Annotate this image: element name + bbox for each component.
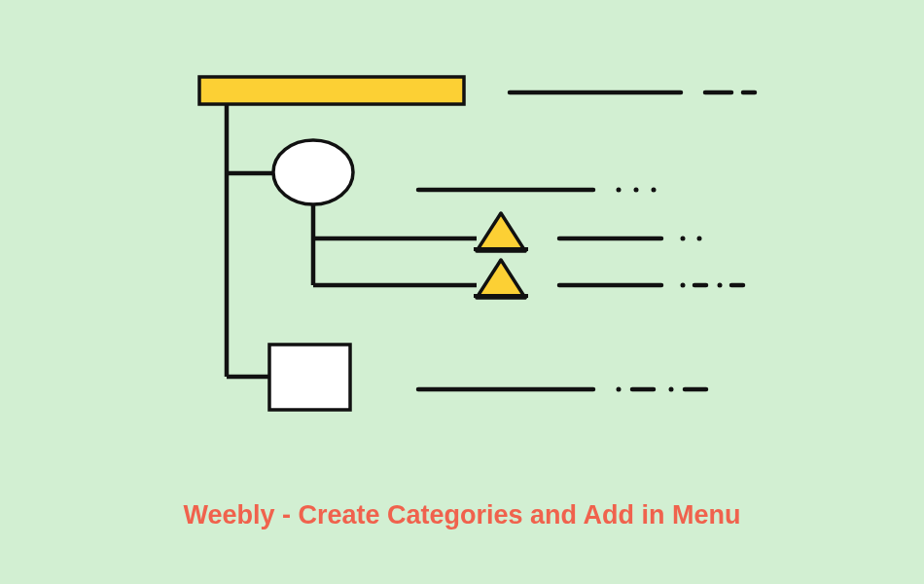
svg-point-20 [669,387,674,392]
root-node [199,77,464,104]
svg-point-7 [634,188,639,193]
svg-point-18 [617,387,622,392]
svg-point-15 [718,283,723,288]
svg-point-6 [617,188,622,193]
sitemap-diagram [0,0,924,584]
svg-point-13 [681,283,686,288]
triangle-node-2 [477,260,525,298]
triangle-node-1 [477,213,525,251]
square-node [269,345,350,410]
svg-point-10 [681,237,686,241]
ellipse-node [273,140,353,204]
caption-text: Weebly - Create Categories and Add in Me… [0,500,924,530]
svg-point-11 [697,237,702,241]
text-lines [418,92,755,392]
svg-point-8 [652,188,657,193]
